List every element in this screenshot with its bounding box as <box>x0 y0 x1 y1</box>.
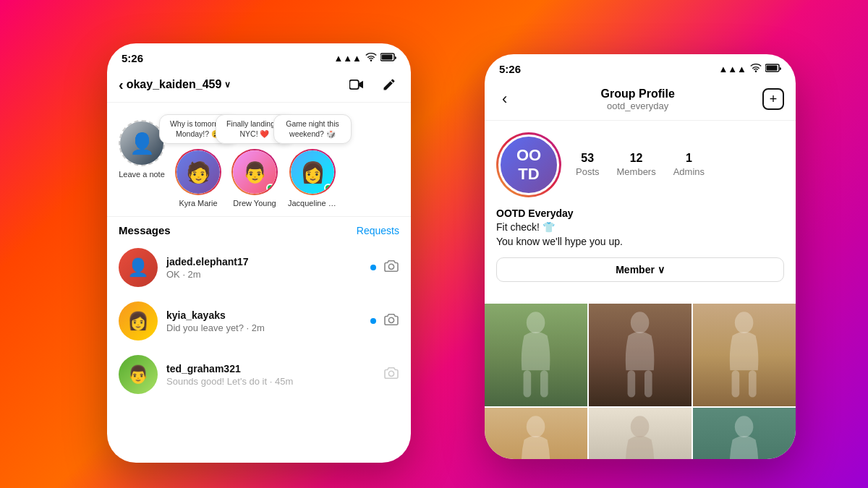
bio-line1: Fit check! 👕 <box>496 221 784 235</box>
svg-rect-7 <box>767 66 778 71</box>
group-avatar-wrapper: OOTD <box>496 132 561 197</box>
photo-inner-1 <box>485 304 587 406</box>
add-button-group[interactable]: + <box>762 88 784 110</box>
members-count: 12 <box>617 152 656 165</box>
username-jaded: jaded.elephant17 <box>166 256 362 267</box>
story-kyra[interactable]: Why is tomorrow Monday!? 😩 🧑 Kyra Marie <box>175 149 221 207</box>
messages-section: Messages Requests 👤 jaded.elephant17 OK … <box>107 217 411 401</box>
preview-kyia: Did you leave yet? · 2m <box>166 322 362 333</box>
photo-cell-1[interactable] <box>485 304 587 406</box>
group-title-block: Group Profile ootd_everyday <box>601 87 675 111</box>
member-button[interactable]: Member ∨ <box>496 257 784 282</box>
story-label-kyra: Kyra Marie <box>179 199 217 207</box>
group-bio: OOTD Everyday Fit check! 👕 You know we'l… <box>496 207 784 249</box>
story-label-jacqueline: Jacqueline Lam <box>288 199 337 207</box>
svg-point-8 <box>527 312 545 334</box>
photo-cell-4[interactable] <box>485 408 587 459</box>
status-icons-right: ▲▲▲ <box>718 64 781 74</box>
svg-point-17 <box>527 416 545 438</box>
messages-header: Messages Requests <box>107 217 411 241</box>
svg-point-4 <box>388 317 393 322</box>
wifi-icon <box>365 53 377 64</box>
photo-inner-3 <box>693 304 796 406</box>
svg-point-23 <box>735 416 754 438</box>
status-bar-right: 5:26 ▲▲▲ <box>485 54 796 80</box>
svg-point-11 <box>631 312 650 334</box>
status-icons-left: ▲▲▲ <box>333 53 396 64</box>
group-avatar: OOTD <box>498 134 559 195</box>
compose-button[interactable] <box>379 74 399 95</box>
bio-line2: You know we'll hype you up. <box>496 235 784 249</box>
message-actions-jaded <box>370 260 399 276</box>
photo-cell-6[interactable] <box>693 408 796 459</box>
photo-cell-5[interactable] <box>589 408 692 459</box>
back-arrow[interactable]: ‹ <box>119 77 124 93</box>
username-ted: ted_graham321 <box>166 363 375 374</box>
admins-count: 1 <box>673 152 705 165</box>
photo-cell-3[interactable] <box>693 304 796 406</box>
preview-ted: Sounds good! Let's do it · 45m <box>166 376 375 387</box>
avatar-jaded: 👤 <box>119 248 158 287</box>
stat-admins: 1 Admins <box>673 152 705 178</box>
svg-point-5 <box>388 371 393 376</box>
battery-icon-right <box>765 64 781 74</box>
svg-point-14 <box>735 312 754 334</box>
photo-cell-2[interactable] <box>589 304 692 406</box>
message-item-ted[interactable]: 👨 ted_graham321 Sounds good! Let's do it… <box>107 348 411 401</box>
back-button-group[interactable]: ‹ <box>496 87 513 111</box>
kyra-avatar: 🧑 <box>175 149 221 195</box>
svg-rect-13 <box>644 370 652 397</box>
avatar-ted: 👨 <box>119 355 158 394</box>
svg-rect-10 <box>540 370 548 397</box>
unread-dot-jaded <box>370 265 376 270</box>
avatar-kyia: 👩 <box>119 301 158 341</box>
message-item-kyia[interactable]: 👩 kyia_kayaks Did you leave yet? · 2m <box>107 294 411 348</box>
story-drew[interactable]: Finally landing in NYC! ❤️ 👨 Drew Young <box>231 149 278 207</box>
svg-rect-16 <box>749 370 757 397</box>
members-label: Members <box>617 166 656 177</box>
header-username[interactable]: okay_kaiden_459 <box>127 78 222 91</box>
time-left: 5:26 <box>122 52 143 64</box>
posts-count: 53 <box>576 152 600 165</box>
svg-point-20 <box>631 416 650 438</box>
group-info-row: OOTD 53 Posts 12 Members 1 Admins <box>496 132 784 197</box>
message-actions-kyia <box>370 313 399 330</box>
message-content-jaded: jaded.elephant17 OK · 2m <box>166 256 362 280</box>
group-title: Group Profile <box>601 87 675 100</box>
svg-point-3 <box>388 264 393 269</box>
online-indicator-drew <box>266 184 275 192</box>
group-stats: 53 Posts 12 Members 1 Admins <box>576 152 705 178</box>
svg-rect-1 <box>382 55 393 60</box>
member-label: Member ∨ <box>616 264 665 275</box>
messages-title: Messages <box>119 224 171 236</box>
camera-icon-ted[interactable] <box>383 367 399 383</box>
message-item-jaded[interactable]: 👤 jaded.elephant17 OK · 2m <box>107 241 411 294</box>
requests-link[interactable]: Requests <box>357 225 399 236</box>
chat-header: ‹ okay_kaiden_459 ∨ <box>107 69 411 103</box>
camera-icon-kyia[interactable] <box>383 313 399 330</box>
story-label-drew: Drew Young <box>233 199 276 207</box>
note-jacqueline: Game night this weekend? 🎲 <box>273 114 352 144</box>
camera-icon-jaded[interactable] <box>383 260 399 276</box>
svg-rect-12 <box>628 370 636 397</box>
message-content-kyia: kyia_kayaks Did you leave yet? · 2m <box>166 309 362 333</box>
group-profile-header: ‹ Group Profile ootd_everyday + <box>485 80 796 121</box>
video-call-button[interactable] <box>347 74 367 95</box>
story-self[interactable]: 👤 Leave a note <box>119 120 165 179</box>
stat-members: 12 Members <box>617 152 656 178</box>
photo-grid <box>485 304 796 459</box>
wifi-icon-right <box>750 64 762 74</box>
story-jacqueline[interactable]: Game night this weekend? 🎲 👩 Jacqueline … <box>288 149 337 207</box>
preview-jaded: OK · 2m <box>166 269 362 280</box>
signal-icon: ▲▲▲ <box>333 53 362 64</box>
admins-label: Admins <box>673 166 705 177</box>
header-username-area[interactable]: ‹ okay_kaiden_459 ∨ <box>119 77 231 93</box>
add-note-avatar[interactable]: 👤 <box>119 120 165 166</box>
signal-icon-right: ▲▲▲ <box>718 64 746 74</box>
battery-icon <box>380 53 396 64</box>
drew-avatar: 👨 <box>231 149 278 195</box>
left-phone: 5:26 ▲▲▲ ‹ okay_kaiden_459 ∨ <box>107 43 411 463</box>
jacqueline-avatar: 👩 <box>289 149 336 195</box>
group-profile-body: OOTD 53 Posts 12 Members 1 Admins <box>485 121 796 304</box>
photo-inner-6 <box>693 408 796 459</box>
